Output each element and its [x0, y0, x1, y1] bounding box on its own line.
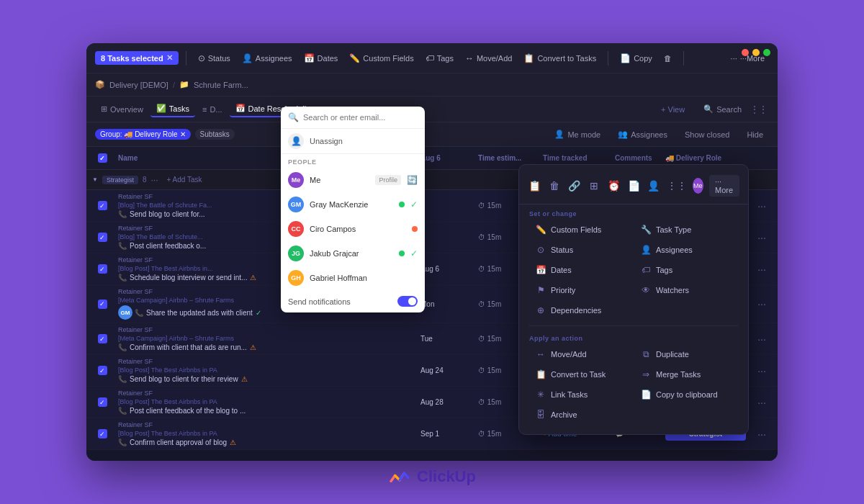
action-copy-clipboard[interactable]: 📄 Copy to clipboard: [634, 385, 738, 404]
topbar-dates[interactable]: 📅 Dates: [300, 51, 343, 66]
popup-person-gabriel[interactable]: GH Gabriel Hoffman: [281, 266, 425, 290]
tab-d[interactable]: ≡ D...: [197, 102, 228, 117]
add-task-button[interactable]: + Add Task: [163, 174, 207, 185]
row-checkbox[interactable]: [89, 366, 115, 375]
row-more-btn[interactable]: ···: [749, 232, 775, 243]
topbar-assignees[interactable]: 👤 Assignees: [238, 51, 297, 66]
topbar-copy[interactable]: 📄 Copy: [616, 51, 657, 66]
filter-chip-close[interactable]: ✕: [180, 130, 186, 138]
more-watchers[interactable]: 👁 Watchers: [634, 281, 738, 300]
toolbar-link-icon[interactable]: 🔗: [567, 176, 582, 196]
more-dependencies[interactable]: ⊕ Dependencies: [529, 301, 633, 320]
action-merge-tasks[interactable]: ⇒ Merge Tasks: [634, 365, 738, 384]
toolbar-copy-icon[interactable]: 📋: [528, 176, 542, 196]
select-all-checkbox[interactable]: [98, 153, 107, 163]
more-assignees[interactable]: 👤 Assignees: [634, 240, 738, 259]
row-more-btn[interactable]: ···: [749, 200, 775, 212]
row-more-btn[interactable]: ···: [749, 397, 775, 408]
row-check-icon[interactable]: [98, 201, 107, 210]
more-custom-fields[interactable]: ✏️ Custom Fields: [529, 220, 633, 239]
more-popup-more-btn[interactable]: ··· More: [709, 175, 739, 197]
toolbar-grid-icon[interactable]: ⊞: [588, 176, 602, 196]
toolbar-person-icon[interactable]: 👤: [647, 176, 661, 196]
row-checkbox[interactable]: [89, 334, 115, 343]
row-checkbox[interactable]: [89, 429, 115, 438]
row-check-icon[interactable]: [98, 233, 107, 242]
filter-show-closed[interactable]: Show closed: [679, 127, 735, 142]
set-items-grid: ✏️ Custom Fields 🔧 Task Type ⊙ Status 👤 …: [529, 220, 738, 320]
more-priority[interactable]: ⚑ Priority: [529, 281, 633, 300]
toolbar-trash-icon[interactable]: 🗑: [548, 176, 562, 196]
close-selection-icon[interactable]: ✕: [166, 53, 173, 63]
popup-person-gray[interactable]: GM Gray MacKenzie ✓: [281, 192, 425, 217]
group-ellipsis[interactable]: ···: [151, 175, 158, 185]
topbar-move-add[interactable]: ↔ Move/Add: [461, 51, 517, 66]
action-duplicate[interactable]: ⧉ Duplicate: [634, 345, 738, 364]
action-items-grid: ↔ Move/Add ⧉ Duplicate 📋 Convert to Task…: [529, 345, 738, 424]
popup-unassign-item[interactable]: 👤 Unassign: [281, 129, 425, 154]
row-checkbox[interactable]: [89, 201, 115, 210]
popup-person-ciro[interactable]: CC Ciro Campos: [281, 217, 425, 241]
row-check-icon[interactable]: [98, 300, 107, 309]
action-archive[interactable]: 🗄 Archive: [529, 405, 633, 424]
row-more-btn[interactable]: ···: [749, 428, 775, 440]
row-check-icon[interactable]: [98, 334, 107, 343]
action-link-tasks[interactable]: ✳ Link Tasks: [529, 385, 633, 404]
row-more-btn[interactable]: ···: [749, 333, 775, 345]
tab-tasks[interactable]: ✅ Tasks: [150, 101, 195, 117]
row-checkbox[interactable]: [89, 300, 115, 309]
filter-subtasks[interactable]: Subtasks: [195, 129, 235, 140]
group-arrow-icon[interactable]: ▼: [92, 176, 98, 183]
toolbar-clock-icon[interactable]: ⏰: [607, 176, 621, 196]
win-close[interactable]: [742, 49, 749, 56]
th-checkbox: [89, 153, 115, 163]
add-view-btn[interactable]: + View: [655, 102, 690, 117]
win-minimize[interactable]: [752, 49, 760, 56]
avatar-ciro: CC: [288, 221, 304, 237]
action-convert-task[interactable]: 📋 Convert to Task: [529, 365, 633, 384]
filter-group-delivery-role[interactable]: Group: 🚚 Delivery Role ✕: [95, 129, 191, 140]
more-status[interactable]: ⊙ Status: [529, 240, 633, 259]
more-tags[interactable]: 🏷 Tags: [634, 261, 738, 279]
profile-btn-me[interactable]: Profile: [375, 175, 401, 185]
action-duplicate-icon: ⧉: [640, 349, 652, 359]
tasks-selected-badge[interactable]: 8 Tasks selected ✕: [95, 51, 179, 65]
row-checkbox[interactable]: [89, 233, 115, 242]
more-task-type[interactable]: 🔧 Task Type: [634, 220, 738, 239]
row-checkbox[interactable]: [89, 397, 115, 407]
assignees-icon: 👤: [242, 53, 253, 63]
row-more-btn[interactable]: ···: [749, 264, 775, 275]
topbar-convert[interactable]: 📋 Convert to Tasks: [519, 51, 600, 66]
row-date: Aug 24: [418, 366, 475, 374]
filter-assignees[interactable]: 👥 Assignees: [612, 127, 673, 142]
topbar-status[interactable]: ⊙ Status: [194, 51, 235, 66]
row-more-btn[interactable]: ···: [749, 365, 775, 377]
toolbar-apps-icon[interactable]: ⋮⋮: [667, 176, 687, 196]
breadcrumb-farm[interactable]: Schrute Farm...: [194, 81, 248, 89]
tab-bar-more-icon[interactable]: ⋮⋮: [749, 99, 769, 120]
send-notif-toggle[interactable]: [397, 296, 418, 307]
row-check-icon[interactable]: [98, 397, 107, 407]
row-more-btn[interactable]: ···: [749, 298, 775, 310]
win-maximize[interactable]: [763, 49, 770, 56]
popup-search-input[interactable]: [303, 113, 418, 122]
popup-person-me[interactable]: Me Me Profile 🔄: [281, 168, 425, 192]
action-move-add[interactable]: ↔ Move/Add: [529, 345, 633, 364]
row-check-icon[interactable]: [98, 264, 107, 274]
task-type-icon: 📞: [118, 343, 127, 351]
popup-person-jakub[interactable]: JG Jakub Grajcar ✓: [281, 241, 425, 266]
row-check-icon[interactable]: [98, 429, 107, 438]
more-dates[interactable]: 📅 Dates: [529, 261, 633, 279]
topbar-delete[interactable]: 🗑: [660, 52, 676, 65]
search-button[interactable]: 🔍 Search: [698, 102, 747, 117]
filter-me-mode[interactable]: 👤 Me mode: [549, 127, 606, 142]
tab-overview[interactable]: ⊞ Overview: [95, 102, 149, 117]
toolbar-avatar-icon[interactable]: Me: [693, 178, 703, 194]
breadcrumb-delivery[interactable]: Delivery [DEMO]: [109, 81, 168, 89]
row-checkbox[interactable]: [89, 264, 115, 274]
toolbar-doc-icon[interactable]: 📄: [627, 176, 642, 196]
topbar-tags[interactable]: 🏷 Tags: [421, 51, 458, 66]
filter-hide[interactable]: Hide: [741, 127, 769, 142]
topbar-custom-fields[interactable]: ✏️ Custom Fields: [345, 51, 418, 66]
row-check-icon[interactable]: [98, 366, 107, 375]
